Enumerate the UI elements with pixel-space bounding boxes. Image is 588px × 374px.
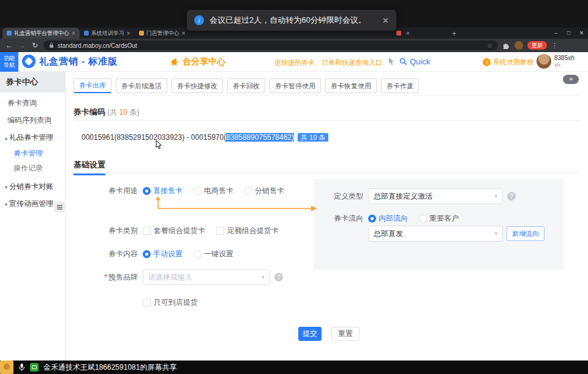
section-basic-settings: 基础设置 — [74, 159, 105, 175]
presenter-avatar — [0, 361, 13, 374]
help-icon[interactable]: ? — [507, 192, 516, 200]
row-presale-brand: *预售品牌 请选择或输入 ▾ ? — [86, 269, 283, 285]
radio-icon — [368, 215, 376, 223]
lock-icon — [49, 42, 54, 48]
content-label: 券卡内容 — [86, 249, 138, 259]
tutorial-link[interactable]: ? 系统使用教程 — [483, 58, 533, 67]
main-content: » 券卡出库 券卡后续激活 券卡快捷修改 券卡回收 券卡暂停使用 券卡恢复使用 … — [66, 72, 588, 361]
tab-close-icon[interactable]: × — [72, 30, 75, 37]
address-input[interactable]: standard.maboy.cn/CardsOut ☆ — [43, 40, 498, 50]
quick-search-link[interactable]: Quick — [399, 57, 430, 66]
search-icon — [399, 58, 407, 66]
tab-card-quick-edit[interactable]: 券卡快捷修改 — [172, 78, 223, 93]
checkbox-fixed-combo[interactable]: 定额组合提货卡 — [216, 226, 279, 236]
count-badge: 共 10 条 — [298, 133, 328, 142]
define-type-select[interactable]: 总部直接定义激活 ▾ — [368, 188, 503, 204]
share-center-link[interactable]: 合分享中心 — [170, 56, 225, 67]
sidebar-item-code-seq[interactable]: 编码序列查询 — [0, 113, 65, 127]
tab-card-recycle[interactable]: 券卡回收 — [227, 78, 265, 93]
tab-card-pause[interactable]: 券卡暂停使用 — [270, 78, 321, 93]
forward-button[interactable]: → — [18, 41, 26, 50]
browser-tab-partial[interactable]: × — [392, 28, 445, 39]
card-code-line: 00015961(8385291502033923) - 00015970(83… — [81, 133, 328, 142]
browser-tab-training[interactable]: 系统培训学习 × — [80, 28, 135, 39]
row-card-category: 券卡类别 套餐组合提货卡 定额组合提货卡 — [86, 226, 290, 236]
reset-button[interactable]: 重置 — [331, 327, 360, 341]
megaphone-icon — [170, 58, 179, 66]
expand-panel-button[interactable]: » — [563, 75, 579, 84]
tab-close-icon[interactable]: × — [127, 30, 130, 37]
tab-card-out[interactable]: 券卡出库 — [74, 78, 111, 93]
browser-tab-store-admin[interactable]: 门店管理中心 × — [135, 28, 190, 39]
sidebar-group-distribution[interactable]: ▾分销券卡对账 — [0, 180, 65, 193]
caret-down-icon: ▾ — [5, 202, 7, 207]
add-flow-button[interactable]: 新增流向 — [507, 226, 545, 241]
checkbox-store-pickup-only[interactable]: 只可到店提货 — [143, 297, 198, 308]
radio-icon — [194, 187, 202, 195]
toast-close-icon[interactable]: ✕ — [382, 16, 389, 25]
browser-menu-icon[interactable]: ⋮ — [551, 42, 558, 50]
radio-icon — [194, 250, 202, 258]
back-button[interactable]: ← — [5, 41, 13, 50]
nav-toggle-button[interactable]: 功能 导航 — [0, 52, 18, 72]
divider — [74, 172, 580, 173]
window-maximize-button[interactable]: □ — [562, 28, 575, 39]
checkbox-icon — [143, 299, 151, 307]
sidebar-title: 券卡中心 — [0, 72, 65, 93]
chevron-down-icon: ▾ — [494, 231, 497, 237]
usage-label: 券卡用途 — [86, 186, 138, 196]
tab-favicon — [396, 31, 401, 36]
caret-down-icon: ▾ — [5, 185, 7, 190]
sidebar-group-gift-card[interactable]: ▴礼品券卡管理 — [0, 131, 65, 144]
chevron-down-icon: ▾ — [262, 274, 265, 280]
update-button[interactable]: 更新 — [527, 41, 547, 50]
help-icon[interactable]: ? — [274, 273, 283, 281]
radio-important-customer[interactable]: 重要客户 — [419, 213, 459, 224]
new-tab-button[interactable]: + — [450, 29, 459, 38]
radio-manual-set[interactable]: 手动设置 — [143, 249, 183, 259]
mic-icon[interactable] — [18, 363, 25, 372]
url-text: standard.maboy.cn/CardsOut — [58, 42, 483, 49]
profile-avatar[interactable] — [514, 41, 523, 50]
selected-text: 8385889075578462) — [226, 133, 294, 142]
refresh-button[interactable]: ↻ — [31, 41, 39, 50]
tab-card-resume[interactable]: 券卡恢复使用 — [325, 78, 377, 93]
app-header: 功能 导航 礼盒营销 - 标准版 合分享中心 更快捷的券卡、订单和快递查询入口 — [0, 52, 588, 72]
radio-one-click-set[interactable]: 一键设置 — [194, 249, 233, 259]
tab-card-void[interactable]: 券卡作废 — [381, 78, 419, 93]
row-flow-select: 总部直发 ▾ 新增流向 — [326, 226, 545, 242]
chevron-down-icon: ▾ — [494, 193, 497, 199]
browser-tab-gift-admin[interactable]: 礼盒营销平台管理中心 × — [2, 28, 80, 39]
window-close-button[interactable]: ✕ — [575, 28, 588, 39]
row-card-flow: 券卡流向 内部流向 重要客户 — [326, 213, 470, 224]
sidebar-item-card-manage[interactable]: 券卡管理 — [0, 147, 65, 160]
extensions-icon[interactable] — [502, 42, 510, 50]
tab-close-icon[interactable]: × — [406, 30, 410, 37]
window-minimize-button[interactable]: – — [549, 28, 562, 39]
category-label: 券卡类别 — [86, 226, 138, 236]
row-store-pickup: 只可到店提货 — [86, 297, 209, 308]
checkbox-icon — [216, 227, 224, 235]
tab-card-activate[interactable]: 券卡后续激活 — [116, 78, 167, 93]
row-card-content: 券卡内容 手动设置 一键设置 — [86, 249, 244, 259]
row-define-type: 定义类型 总部直接定义激活 ▾ ? — [326, 188, 516, 204]
hamburger-icon — [57, 204, 62, 210]
sidebar: 券卡中心 券卡查询 编码序列查询 ▴礼品券卡管理 券卡管理 操作记录 ▾分销券卡… — [0, 72, 66, 361]
radio-icon — [143, 187, 151, 195]
sidebar-item-card-query[interactable]: 券卡查询 — [0, 96, 65, 110]
sidebar-collapse-button[interactable] — [55, 202, 64, 212]
radio-internal-flow[interactable]: 内部流向 — [368, 213, 408, 224]
submit-button[interactable]: 提交 — [298, 327, 322, 341]
brand-select[interactable]: 请选择或输入 ▾ — [143, 269, 270, 285]
sidebar-item-op-log[interactable]: 操作记录 — [0, 161, 65, 175]
bookmark-star-icon[interactable]: ☆ — [487, 42, 492, 49]
divider — [74, 120, 580, 121]
mouse-cursor — [156, 140, 162, 152]
pointer-icon — [388, 57, 395, 68]
app-logo-icon — [22, 55, 36, 68]
promo-text: 更快捷的券卡、订单和快递查询入口 — [274, 58, 382, 67]
user-menu[interactable]: 8385xh xh· — [537, 54, 575, 69]
flow-select[interactable]: 总部直发 ▾ — [368, 226, 503, 242]
tab-close-icon[interactable]: × — [182, 30, 186, 37]
checkbox-package-combo[interactable]: 套餐组合提货卡 — [143, 226, 205, 236]
